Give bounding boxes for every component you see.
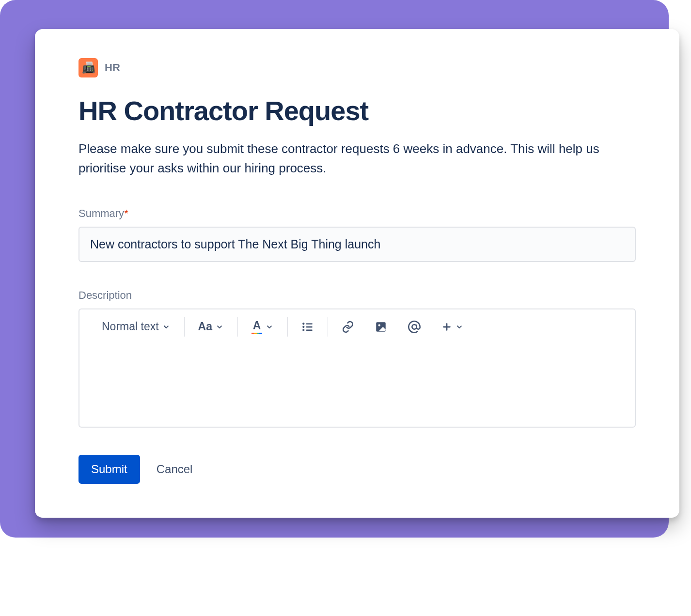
submit-button[interactable]: Submit: [79, 455, 140, 484]
fax-icon: 📠: [82, 62, 95, 74]
mention-button[interactable]: [405, 318, 424, 336]
list-button[interactable]: [298, 319, 317, 335]
svg-point-4: [302, 329, 304, 331]
svg-rect-5: [306, 329, 313, 331]
at-icon: [408, 320, 421, 334]
svg-rect-3: [306, 326, 313, 328]
svg-point-0: [302, 323, 304, 324]
cancel-button[interactable]: Cancel: [157, 462, 193, 476]
description-editor: Normal text Aa A: [79, 308, 636, 428]
image-icon: [375, 321, 387, 333]
page-description: Please make sure you submit these contra…: [79, 139, 636, 178]
breadcrumb: 📠 HR: [79, 58, 636, 77]
bullet-list-icon: [301, 321, 314, 333]
editor-toolbar: Normal text Aa A: [79, 309, 635, 344]
summary-input[interactable]: [79, 227, 636, 262]
chevron-down-icon: [455, 323, 464, 331]
breadcrumb-label[interactable]: HR: [105, 62, 120, 74]
description-label: Description: [79, 289, 636, 302]
project-icon[interactable]: 📠: [79, 58, 98, 77]
form-card: 📠 HR HR Contractor Request Please make s…: [35, 29, 679, 518]
text-case-dropdown[interactable]: Aa: [195, 318, 227, 335]
page-title: HR Contractor Request: [79, 95, 636, 126]
description-textarea[interactable]: [79, 344, 635, 427]
plus-icon: [441, 322, 452, 332]
chevron-down-icon: [265, 323, 274, 331]
link-button[interactable]: [339, 319, 357, 335]
image-button[interactable]: [372, 319, 390, 335]
svg-point-7: [378, 324, 380, 326]
text-style-dropdown[interactable]: Normal text: [99, 318, 173, 335]
chevron-down-icon: [162, 323, 171, 331]
text-color-dropdown[interactable]: A: [249, 317, 277, 336]
required-mark: *: [124, 207, 128, 219]
svg-point-2: [302, 325, 304, 327]
svg-point-8: [412, 324, 416, 329]
form-actions: Submit Cancel: [79, 455, 636, 484]
svg-rect-1: [306, 323, 313, 324]
insert-more-dropdown[interactable]: [439, 320, 467, 334]
summary-label: Summary*: [79, 207, 636, 220]
color-swatch-icon: [251, 333, 262, 334]
link-icon: [342, 321, 354, 333]
chevron-down-icon: [215, 323, 224, 331]
